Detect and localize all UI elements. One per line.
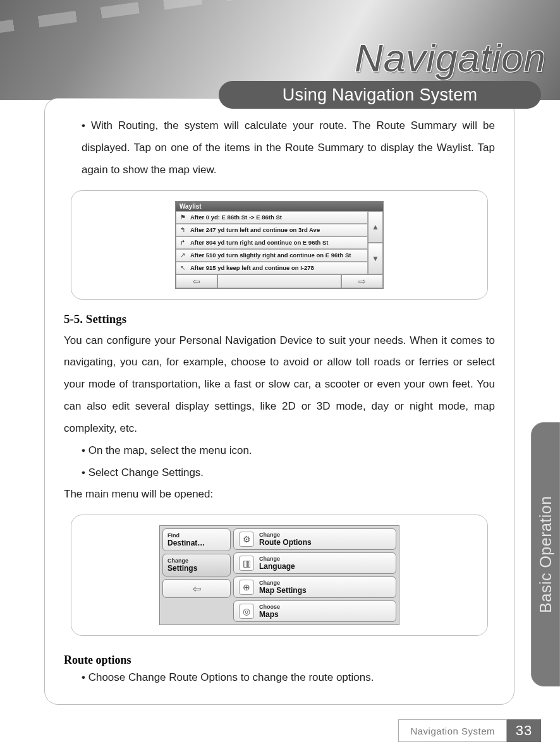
settings-back-button[interactable]: ⇦ — [162, 579, 231, 598]
page-footer: Navigation System 33 — [398, 719, 541, 742]
card-big-label: Settings — [167, 564, 226, 573]
section-paragraph: You can configure your Personal Navigati… — [64, 330, 495, 440]
waylist-footer-spacer — [217, 274, 341, 288]
menu-item-big: Map Settings — [259, 586, 307, 595]
footer-page-number: 33 — [507, 719, 541, 742]
route-options-heading: Route options — [64, 654, 495, 667]
card-small-label: Find — [167, 532, 226, 539]
turn-left-icon: ↰ — [179, 226, 186, 234]
menu-item-small: Change — [259, 532, 312, 538]
menu-item-language[interactable]: ▥ Change Language — [233, 552, 396, 574]
card-small-label: Change — [167, 558, 226, 564]
keep-left-icon: ↖ — [179, 264, 186, 272]
waylist-row-text: After 510 yd turn slightly right and con… — [190, 252, 351, 259]
chapter-title-pill: Using Navigation System — [219, 81, 541, 109]
waylist-back-button[interactable]: ⇦ — [176, 274, 217, 288]
settings-figure-frame: Find Destinat… Change Settings ⇦ ⚙ Chang… — [71, 515, 488, 636]
slight-right-icon: ↗ — [179, 252, 186, 259]
find-destination-card[interactable]: Find Destinat… — [162, 528, 231, 551]
section-heading: 5-5. Settings — [64, 312, 495, 326]
waylist-row[interactable]: ↖ After 915 yd keep left and continue on… — [176, 262, 368, 274]
gear-icon: ⚙ — [239, 532, 254, 547]
section-closing: The main menu will be opened: — [64, 484, 495, 506]
scroll-down-button[interactable]: ▼ — [368, 243, 383, 274]
menu-item-route-options[interactable]: ⚙ Change Route Options — [233, 528, 396, 550]
waylist-window: Waylist ⚑ After 0 yd: E 86th St -> E 86t… — [175, 201, 384, 289]
waylist-row-text: After 804 yd turn right and continue on … — [190, 239, 329, 246]
section-bullet: • Select Change Settings. — [64, 462, 495, 484]
menu-item-map-settings[interactable]: ⊕ Change Map Settings — [233, 576, 396, 598]
settings-menu: Find Destinat… Change Settings ⇦ ⚙ Chang… — [159, 525, 399, 625]
side-tab: Basic Operation — [531, 422, 560, 686]
globe-icon: ⊕ — [239, 580, 254, 595]
menu-item-big: Language — [259, 562, 295, 571]
change-settings-card[interactable]: Change Settings — [162, 554, 231, 576]
waylist-row[interactable]: ↗ After 510 yd turn slightly right and c… — [176, 249, 368, 262]
route-options-bullet: • Choose Change Route Options to change … — [64, 667, 495, 689]
menu-item-small: Choose — [259, 604, 280, 610]
side-tab-label: Basic Operation — [537, 496, 555, 613]
flag-icon: ▥ — [239, 556, 254, 571]
content-panel: • With Routing, the system will calculat… — [44, 98, 514, 705]
waylist-forward-button[interactable]: ⇨ — [341, 274, 383, 288]
scroll-up-button[interactable]: ▲ — [368, 211, 383, 243]
intro-bullet: • With Routing, the system will calculat… — [64, 115, 495, 181]
waylist-row[interactable]: ↱ After 804 yd turn right and continue o… — [176, 236, 368, 249]
waylist-row[interactable]: ↰ After 247 yd turn left and continue on… — [176, 224, 368, 236]
flag-icon: ⚑ — [179, 214, 186, 221]
waylist-row-text: After 915 yd keep left and continue on I… — [190, 264, 314, 271]
menu-item-big: Maps — [259, 610, 280, 619]
hero-title: Navigation — [355, 35, 546, 80]
turn-right-icon: ↱ — [179, 239, 186, 247]
card-big-label: Destinat… — [167, 539, 226, 547]
waylist-titlebar: Waylist — [176, 202, 383, 211]
menu-item-small: Change — [259, 556, 295, 562]
section-bullet: • On the map, select the menu icon. — [64, 440, 495, 462]
disc-icon: ◎ — [239, 604, 254, 619]
waylist-row[interactable]: ⚑ After 0 yd: E 86th St -> E 86th St — [176, 211, 368, 224]
menu-item-small: Change — [259, 580, 307, 586]
footer-book-label: Navigation System — [398, 719, 507, 742]
hero-decoration — [0, 0, 240, 36]
waylist-row-text: After 247 yd turn left and continue on 3… — [190, 226, 320, 233]
waylist-row-text: After 0 yd: E 86th St -> E 86th St — [190, 214, 282, 221]
menu-item-maps[interactable]: ◎ Choose Maps — [233, 601, 396, 622]
waylist-scrollbar: ▲ ▼ — [368, 211, 383, 274]
menu-item-big: Route Options — [259, 538, 312, 547]
waylist-figure-frame: Waylist ⚑ After 0 yd: E 86th St -> E 86t… — [71, 190, 488, 300]
